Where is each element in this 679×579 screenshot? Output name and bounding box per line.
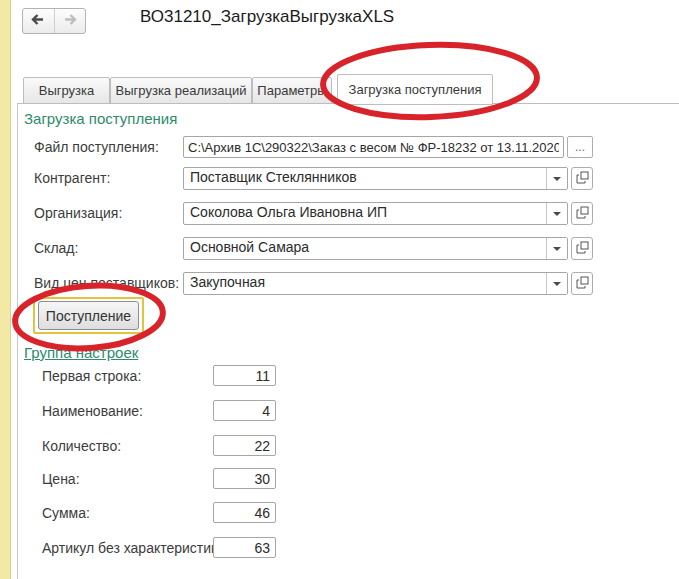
content-left-border (17, 103, 18, 579)
chevron-down-icon (553, 282, 561, 286)
file-browse-button[interactable]: ... (567, 136, 593, 158)
file-path-input[interactable] (183, 136, 564, 158)
history-nav-group (22, 8, 86, 34)
organization-dropdown-button[interactable] (546, 203, 567, 224)
quantity-column-input[interactable] (213, 435, 276, 456)
counterparty-dropdown-button[interactable] (546, 168, 567, 189)
left-accent-strip (0, 0, 11, 579)
price-type-label: Вид цен поставщиков: (34, 275, 179, 291)
forward-button[interactable] (54, 9, 86, 33)
counterparty-value: Поставщик Стеклянников (184, 168, 546, 189)
organization-label: Организация: (34, 205, 122, 221)
price-column-label: Цена: (42, 471, 80, 487)
chevron-down-icon (553, 177, 561, 181)
name-column-input[interactable] (213, 400, 276, 421)
counterparty-open-button[interactable] (571, 167, 593, 190)
quantity-column-label: Количество: (42, 438, 121, 454)
forward-icon (61, 12, 79, 31)
warehouse-open-button[interactable] (571, 237, 593, 260)
organization-open-button[interactable] (571, 202, 593, 225)
sum-column-label: Сумма: (42, 505, 90, 521)
open-form-icon (576, 205, 589, 223)
tab-parametry[interactable]: Параметры (252, 77, 332, 104)
tab-zagruzka-postupleniya[interactable]: Загрузка поступления (337, 74, 493, 105)
warehouse-combo[interactable]: Основной Самара (183, 237, 568, 260)
price-column-input[interactable] (213, 468, 276, 489)
price-type-dropdown-button[interactable] (546, 273, 567, 294)
price-type-value: Закупочная (184, 273, 546, 294)
price-type-combo[interactable]: Закупочная (183, 272, 568, 295)
warehouse-value: Основной Самара (184, 238, 546, 259)
tab-vygruzka-realizaciy[interactable]: Выгрузка реализаций (110, 77, 252, 104)
sum-column-input[interactable] (213, 502, 276, 523)
file-field-label: Файл поступления: (34, 139, 159, 155)
counterparty-label: Контрагент: (34, 170, 110, 186)
ellipsis-icon: ... (575, 140, 585, 154)
chevron-down-icon (553, 212, 561, 216)
first-row-label: Первая строка: (42, 368, 141, 384)
counterparty-combo[interactable]: Поставщик Стеклянников (183, 167, 568, 190)
section-heading: Загрузка поступления (24, 110, 177, 127)
name-column-label: Наименование: (42, 403, 143, 419)
article-column-input[interactable] (213, 537, 276, 558)
back-button[interactable] (23, 9, 54, 33)
tab-vygruzka[interactable]: Выгрузка (23, 77, 110, 104)
price-type-open-button[interactable] (571, 272, 593, 295)
warehouse-dropdown-button[interactable] (546, 238, 567, 259)
article-column-label: Артикул без характеристик: (42, 540, 221, 556)
warehouse-label: Склад: (34, 240, 78, 256)
back-icon (29, 12, 47, 31)
open-form-icon (576, 275, 589, 293)
open-form-icon (576, 240, 589, 258)
first-row-input[interactable] (213, 365, 276, 386)
organization-combo[interactable]: Соколова Ольга Ивановна ИП (183, 202, 568, 225)
page-title: ВО31210_ЗагрузкаВыгрузкаXLS (140, 7, 394, 27)
open-form-icon (576, 170, 589, 188)
organization-value: Соколова Ольга Ивановна ИП (184, 203, 546, 224)
settings-group-link[interactable]: Группа настроек (24, 344, 138, 361)
chevron-down-icon (553, 247, 561, 251)
receipt-button[interactable]: Поступление (38, 301, 139, 330)
